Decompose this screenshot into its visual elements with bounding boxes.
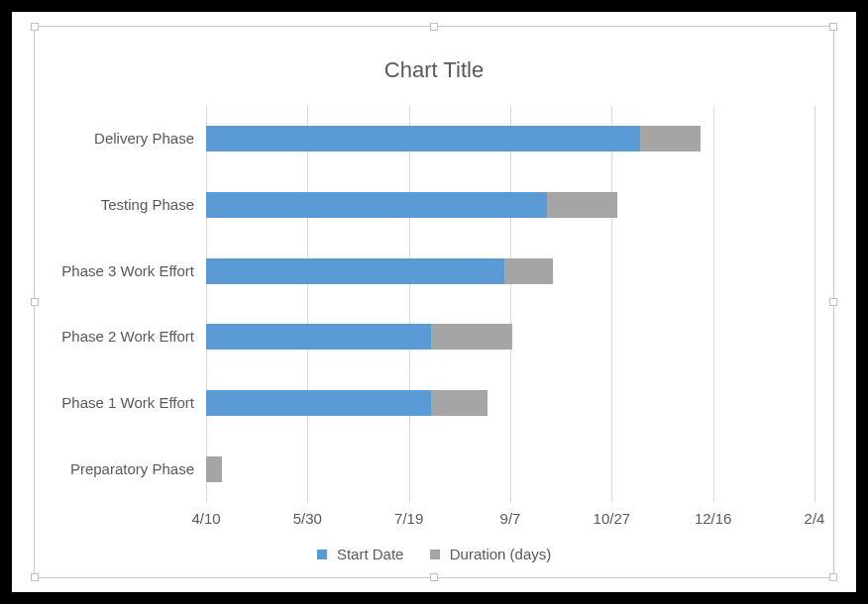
gridline xyxy=(713,106,714,502)
legend-swatch-duration xyxy=(430,550,440,559)
chart-title[interactable]: Chart Title xyxy=(12,57,856,83)
bar-start-date[interactable] xyxy=(206,126,640,151)
gridline xyxy=(307,106,308,502)
bar-start-date[interactable] xyxy=(206,390,431,416)
bar-start-date[interactable] xyxy=(206,192,547,218)
bar-start-date[interactable] xyxy=(206,258,504,284)
gridline xyxy=(510,106,511,502)
bar-duration[interactable] xyxy=(640,126,701,151)
y-axis-category-label: Phase 2 Work Effort xyxy=(61,324,194,350)
chart-legend[interactable]: Start Date Duration (days) xyxy=(12,544,856,562)
gridline xyxy=(611,106,612,502)
gridline xyxy=(409,106,410,502)
x-axis-tick-label: 10/27 xyxy=(582,510,641,527)
x-axis-tick-label: 5/30 xyxy=(277,510,337,527)
x-axis-tick-label: 12/16 xyxy=(684,510,743,527)
gridline xyxy=(814,106,815,502)
bar-duration[interactable] xyxy=(431,324,512,350)
bar-duration[interactable] xyxy=(431,390,488,416)
plot-area[interactable]: 4/105/307/199/710/2712/162/4 Delivery Ph… xyxy=(206,106,814,502)
x-axis-tick-label: 4/10 xyxy=(176,510,236,527)
legend-label-start-date: Start Date xyxy=(337,546,404,562)
x-axis-tick-label: 2/4 xyxy=(785,510,844,527)
legend-label-duration: Duration (days) xyxy=(450,546,552,562)
bar-duration[interactable] xyxy=(206,456,222,482)
y-axis-category-label: Phase 1 Work Effort xyxy=(61,390,194,416)
x-axis-tick-label: 7/19 xyxy=(380,510,439,527)
y-axis-category-label: Phase 3 Work Effort xyxy=(61,258,194,284)
y-axis-category-label: Testing Phase xyxy=(101,192,194,218)
legend-swatch-start-date xyxy=(317,550,327,559)
y-axis-category-label: Preparatory Phase xyxy=(70,456,194,482)
chart-canvas: Chart Title 4/105/307/199/710/2712/162/4… xyxy=(12,12,856,592)
bar-duration[interactable] xyxy=(504,258,553,284)
y-axis-category-label: Delivery Phase xyxy=(94,126,194,151)
x-axis-tick-label: 9/7 xyxy=(481,510,540,527)
bar-start-date[interactable] xyxy=(206,324,431,350)
bar-duration[interactable] xyxy=(547,192,618,218)
gridline xyxy=(206,106,207,502)
